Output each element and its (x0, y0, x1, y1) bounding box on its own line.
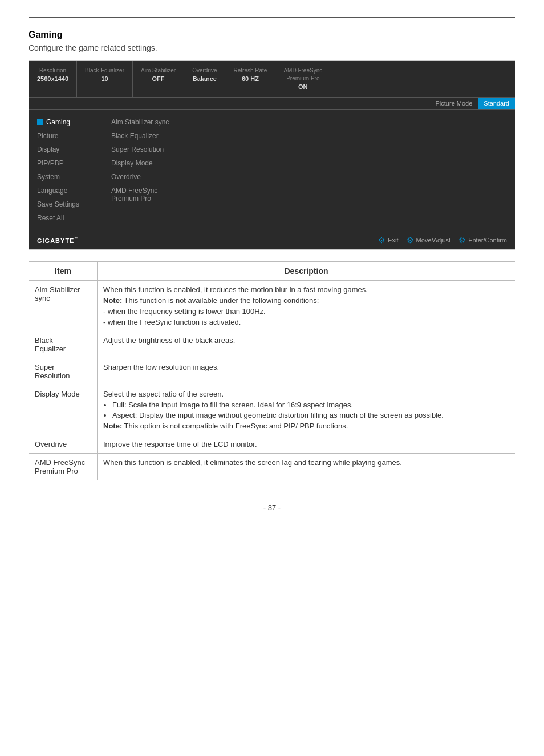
submenu-amd-freesync[interactable]: AMD FreeSync Premium Pro (103, 184, 194, 205)
table-header-item: Item (29, 262, 98, 281)
section-title: Gaming (29, 30, 515, 40)
menu-item-system[interactable]: System (29, 170, 103, 184)
menu-item-reset-all[interactable]: Reset All (29, 211, 103, 225)
table-row: Aim Stabilizersync When this function is… (29, 281, 515, 331)
submenu-super-resolution[interactable]: Super Resolution (103, 143, 194, 156)
osd-top-bar: Resolution 2560x1440 Black Equalizer 10 … (29, 61, 515, 98)
osd-body: Gaming Picture Display PIP/PBP System La… (29, 110, 515, 231)
osd-aim-stabilizer: Aim Stabilizer OFF (133, 61, 184, 97)
submenu-aim-stabilizer[interactable]: Aim Stabilizer sync (103, 115, 194, 129)
footer-enter: ⚙ Enter/Confirm (458, 236, 507, 245)
osd-footer: ⚙ Exit ⚙ Move/Adjust ⚙ Enter/Confirm GIG… (29, 231, 515, 249)
menu-item-language[interactable]: Language (29, 184, 103, 197)
top-divider (29, 17, 515, 18)
table-row: AMD FreeSyncPremium Pro When this functi… (29, 454, 515, 480)
table-header-description: Description (98, 262, 515, 281)
page-number: - 37 - (29, 503, 515, 512)
menu-item-display[interactable]: Display (29, 143, 103, 156)
osd-submenu: Aim Stabilizer sync Black Equalizer Supe… (103, 110, 194, 231)
picture-mode-label: Picture Mode (430, 98, 478, 109)
table-cell-desc: When this function is enabled, it reduce… (98, 281, 515, 331)
move-icon: ⚙ (407, 236, 414, 245)
menu-item-pipbp[interactable]: PIP/PBP (29, 156, 103, 170)
table-cell-desc: Sharpen the low resolution images. (98, 358, 515, 385)
table-cell-desc: Adjust the brightness of the black areas… (98, 331, 515, 358)
table-cell-item: AMD FreeSyncPremium Pro (29, 454, 98, 480)
menu-item-gaming[interactable]: Gaming (29, 115, 103, 129)
table-cell-item: SuperResolution (29, 358, 98, 385)
submenu-black-equalizer[interactable]: Black Equalizer (103, 129, 194, 143)
active-bullet (37, 119, 43, 125)
gigabyte-logo: GIGABYTE™ (37, 237, 79, 244)
table-row: BlackEqualizer Adjust the brightness of … (29, 331, 515, 358)
osd-black-equalizer: Black Equalizer 10 (77, 61, 133, 97)
exit-icon: ⚙ (378, 236, 385, 245)
footer-move: ⚙ Move/Adjust (407, 236, 451, 245)
menu-item-save-settings[interactable]: Save Settings (29, 197, 103, 211)
osd-panel: Resolution 2560x1440 Black Equalizer 10 … (29, 60, 515, 250)
osd-amd-freesync: AMD FreeSyncPremium Pro ON (275, 61, 330, 97)
table-cell-item: Overdrive (29, 435, 98, 454)
picture-mode-value: Standard (478, 98, 515, 109)
table-cell-item: Aim Stabilizersync (29, 281, 98, 331)
table-cell-item: Display Mode (29, 385, 98, 435)
osd-main-area (194, 110, 515, 231)
table-row: Display Mode Select the aspect ratio of … (29, 385, 515, 435)
osd-refresh-rate: Refresh Rate 60 HZ (225, 61, 275, 97)
section-subtitle: Configure the game related settings. (29, 43, 515, 52)
description-table: Item Description Aim Stabilizersync When… (29, 261, 515, 480)
osd-menu: Gaming Picture Display PIP/PBP System La… (29, 110, 103, 231)
submenu-overdrive[interactable]: Overdrive (103, 170, 194, 184)
table-cell-desc: When this function is enabled, it elimin… (98, 454, 515, 480)
osd-picture-mode-bar: Picture Mode Standard (29, 98, 515, 110)
table-cell-item: BlackEqualizer (29, 331, 98, 358)
osd-overdrive: Overdrive Balance (184, 61, 225, 97)
table-cell-desc: Improve the response time of the LCD mon… (98, 435, 515, 454)
osd-resolution: Resolution 2560x1440 (29, 61, 77, 97)
table-cell-desc: Select the aspect ratio of the screen. F… (98, 385, 515, 435)
enter-icon: ⚙ (458, 236, 466, 245)
table-row: SuperResolution Sharpen the low resoluti… (29, 358, 515, 385)
submenu-display-mode[interactable]: Display Mode (103, 156, 194, 170)
menu-item-picture[interactable]: Picture (29, 129, 103, 143)
table-row: Overdrive Improve the response time of t… (29, 435, 515, 454)
footer-exit: ⚙ Exit (378, 236, 398, 245)
